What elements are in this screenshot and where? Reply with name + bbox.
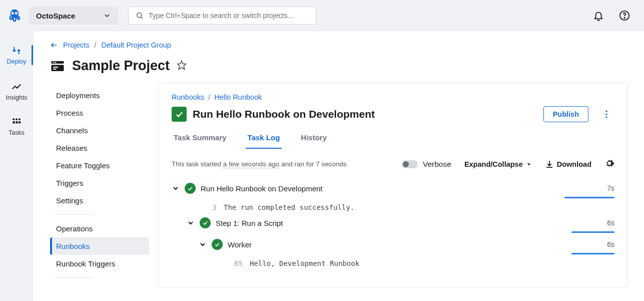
back-arrow-icon[interactable] — [50, 41, 58, 49]
progress-bar — [571, 231, 614, 233]
sidebar-item-releases[interactable]: Releases — [50, 139, 149, 157]
star-icon — [177, 60, 187, 70]
bell-icon — [593, 10, 604, 21]
gear-icon — [604, 158, 614, 168]
download-button[interactable]: Download — [545, 160, 591, 169]
breadcrumb: Projects / Default Project Group — [50, 41, 644, 49]
log-toolbar: This task started a few seconds ago and … — [172, 158, 614, 170]
svg-rect-13 — [16, 121, 18, 123]
search-input-wrapper[interactable] — [128, 7, 316, 25]
log-line: 3 The run completed successfully. — [172, 202, 614, 215]
overflow-menu-button[interactable] — [598, 106, 614, 122]
help-button[interactable] — [615, 6, 634, 25]
svg-marker-22 — [178, 61, 186, 70]
panel-title-row: Run Hello Runbook on Development Publish — [172, 106, 614, 122]
chevron-down-icon[interactable] — [199, 240, 207, 248]
space-name: OctoSpace — [36, 12, 97, 20]
chevron-down-icon[interactable] — [172, 184, 180, 192]
tasks-icon — [12, 117, 22, 127]
search-icon — [136, 12, 144, 20]
tab-task-summary[interactable]: Task Summary — [172, 133, 229, 149]
expand-collapse-button[interactable]: Expand/Collapse — [464, 160, 532, 168]
check-icon — [175, 110, 184, 119]
sidebar-item-feature-toggles[interactable]: Feature Toggles — [50, 157, 149, 174]
svg-point-3 — [13, 13, 14, 14]
started-relative: a few seconds ago — [223, 160, 280, 168]
space-switcher[interactable]: OctoSpace — [29, 7, 118, 25]
page-title: Sample Project — [72, 58, 170, 74]
svg-rect-17 — [52, 65, 64, 71]
svg-point-8 — [624, 18, 625, 19]
tabs: Task Summary Task Log History — [172, 133, 614, 149]
search-input[interactable] — [149, 12, 309, 20]
check-circle-icon — [212, 239, 223, 250]
svg-point-20 — [53, 62, 55, 63]
panel-breadcrumb: Runbooks / Hello Runbook — [172, 93, 614, 101]
nav-rail-label: Deploy — [7, 58, 27, 65]
log-line-number: 3 — [202, 203, 217, 211]
nav-rail-insights[interactable]: Insights — [3, 78, 31, 104]
svg-rect-19 — [53, 69, 56, 70]
favorite-button[interactable] — [177, 60, 187, 72]
svg-point-21 — [55, 62, 57, 63]
log-settings-button[interactable] — [604, 158, 614, 170]
sidebar-item-process[interactable]: Process — [50, 104, 149, 122]
sidebar-item-operations[interactable]: Operations — [50, 220, 149, 237]
breadcrumb-root[interactable]: Projects — [63, 41, 89, 49]
svg-point-23 — [605, 111, 607, 112]
nav-rail-label: Insights — [6, 94, 27, 101]
log-node-step[interactable]: Step 1: Run a Script 6s — [172, 215, 614, 230]
download-icon — [545, 160, 554, 169]
deploy-icon — [11, 45, 22, 56]
sidebar-divider — [53, 214, 93, 215]
svg-rect-12 — [13, 121, 15, 123]
svg-marker-26 — [527, 163, 530, 165]
svg-point-25 — [605, 116, 607, 118]
nav-rail-tasks[interactable]: Tasks — [3, 114, 31, 139]
nav-rail: Deploy Insights Tasks — [0, 31, 33, 301]
log-node-worker[interactable]: Worker 6s — [172, 237, 614, 252]
sidebar-item-channels[interactable]: Channels — [50, 122, 149, 139]
panel-breadcrumb-leaf[interactable]: Hello Runbook — [214, 93, 262, 101]
sidebar-item-settings[interactable]: Settings — [50, 192, 149, 209]
log-node-time: 7s — [574, 184, 614, 192]
log-line: 65 Hello, Development Runbook — [172, 258, 614, 271]
breadcrumb-group[interactable]: Default Project Group — [101, 41, 171, 49]
svg-point-4 — [17, 13, 18, 14]
chevron-down-icon[interactable] — [187, 219, 195, 227]
help-icon — [619, 10, 630, 21]
sidebar-item-triggers[interactable]: Triggers — [50, 174, 149, 192]
task-start-text: This task started a few seconds ago and … — [172, 160, 389, 168]
log-node-title: Step 1: Run a Script — [216, 219, 283, 227]
panel-breadcrumb-root[interactable]: Runbooks — [172, 93, 204, 101]
svg-point-9 — [13, 118, 15, 120]
kebab-icon — [601, 109, 611, 119]
svg-point-10 — [16, 118, 18, 120]
nav-rail-label: Tasks — [9, 129, 25, 136]
status-badge — [172, 107, 187, 122]
sidebar-item-runbook-triggers[interactable]: Runbook Triggers — [50, 255, 149, 272]
chevron-down-icon — [103, 12, 111, 20]
progress-bar — [571, 253, 614, 254]
tab-history[interactable]: History — [299, 133, 329, 149]
topbar: OctoSpace — [0, 0, 644, 31]
progress-bar — [564, 197, 614, 198]
log-node-time: 6s — [574, 219, 614, 227]
started-prefix: This task started — [172, 160, 223, 168]
main: Projects / Default Project Group Sample … — [33, 31, 644, 301]
sidebar-item-runbooks[interactable]: Runbooks — [50, 237, 149, 255]
log-node-root[interactable]: Run Hello Runbook on Development 7s — [172, 181, 614, 196]
expand-label: Expand/Collapse — [464, 160, 523, 168]
notifications-button[interactable] — [589, 6, 608, 25]
log-node-title: Run Hello Runbook on Development — [201, 184, 322, 193]
verbose-toggle[interactable]: Verbose — [402, 160, 451, 169]
tab-task-log[interactable]: Task Log — [246, 133, 282, 149]
publish-button[interactable]: Publish — [543, 106, 588, 122]
log-line-text: Hello, Development Runbook — [250, 259, 359, 267]
log-line-number: 65 — [228, 259, 243, 267]
nav-rail-deploy[interactable]: Deploy — [3, 42, 31, 68]
sidebar-item-deployments[interactable]: Deployments — [50, 87, 149, 104]
svg-point-11 — [19, 118, 21, 120]
download-label: Download — [557, 160, 591, 168]
started-suffix: and ran for 7 seconds — [279, 160, 346, 168]
